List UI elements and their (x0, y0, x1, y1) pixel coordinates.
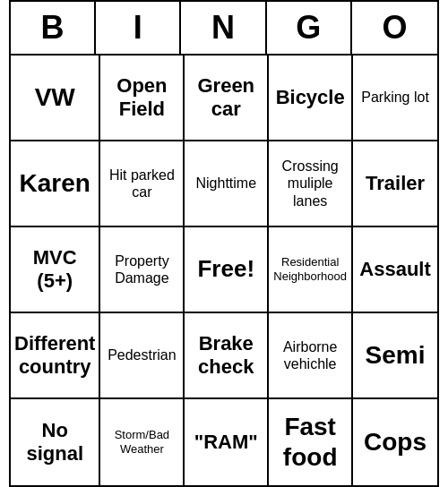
bingo-cell-6[interactable]: Hit parked car (100, 141, 185, 227)
header-o: O (352, 2, 437, 54)
bingo-cell-11[interactable]: Property Damage (100, 227, 185, 313)
bingo-cell-15[interactable]: Different country (11, 313, 100, 399)
header-n: N (181, 2, 266, 54)
bingo-cell-13[interactable]: Residential Neighborhood (269, 227, 353, 313)
header-i: I (96, 2, 181, 54)
bingo-cell-17[interactable]: Brake check (185, 313, 269, 399)
bingo-grid: VWOpen FieldGreen carBicycleParking lotK… (11, 56, 437, 485)
bingo-cell-20[interactable]: No signal (11, 399, 100, 485)
bingo-cell-24[interactable]: Cops (353, 399, 437, 485)
bingo-cell-3[interactable]: Bicycle (269, 56, 353, 141)
bingo-cell-10[interactable]: MVC (5+) (11, 227, 100, 313)
bingo-cell-9[interactable]: Trailer (353, 141, 437, 227)
bingo-cell-23[interactable]: Fast food (269, 399, 353, 485)
bingo-cell-14[interactable]: Assault (353, 227, 437, 313)
bingo-card: B I N G O VWOpen FieldGreen carBicyclePa… (9, 0, 439, 487)
bingo-cell-1[interactable]: Open Field (100, 56, 185, 141)
header-b: B (11, 2, 96, 54)
bingo-cell-22[interactable]: "RAM" (185, 399, 269, 485)
bingo-cell-4[interactable]: Parking lot (353, 56, 437, 141)
bingo-header: B I N G O (11, 2, 437, 56)
bingo-cell-8[interactable]: Crossing muliple lanes (269, 141, 353, 227)
header-g: G (267, 2, 352, 54)
bingo-cell-21[interactable]: Storm/Bad Weather (100, 399, 185, 485)
bingo-cell-18[interactable]: Airborne vehichle (269, 313, 353, 399)
bingo-cell-12[interactable]: Free! (185, 227, 269, 313)
bingo-cell-0[interactable]: VW (11, 56, 100, 141)
bingo-cell-16[interactable]: Pedestrian (100, 313, 185, 399)
bingo-cell-2[interactable]: Green car (185, 56, 269, 141)
bingo-cell-7[interactable]: Nighttime (185, 141, 269, 227)
bingo-cell-5[interactable]: Karen (11, 141, 100, 227)
bingo-cell-19[interactable]: Semi (353, 313, 437, 399)
